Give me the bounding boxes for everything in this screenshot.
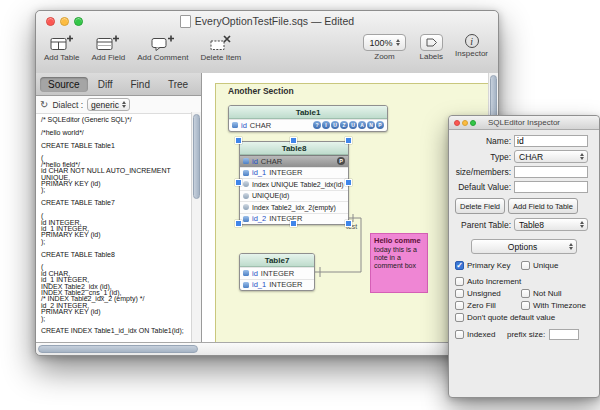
chevron-updown-icon bbox=[580, 153, 584, 160]
field-row[interactable]: id INTEGER bbox=[240, 267, 314, 279]
selection-handle[interactable] bbox=[235, 179, 242, 186]
field-type: INTEGER bbox=[269, 168, 302, 177]
parent-table-popup[interactable]: Table8 bbox=[514, 218, 588, 231]
dont-quote-default-checkbox[interactable] bbox=[455, 313, 464, 322]
window-title: EveryOptionTestFile.sqs — Edited bbox=[195, 15, 354, 27]
add-field-button[interactable]: Add Field bbox=[91, 34, 125, 62]
field-icon bbox=[232, 122, 238, 128]
auto-increment-checkbox[interactable] bbox=[455, 277, 464, 286]
field-icon bbox=[243, 216, 249, 222]
selection-handle[interactable] bbox=[290, 137, 297, 144]
index-row[interactable]: UNIQUE(id) bbox=[240, 190, 348, 202]
field-row-selected[interactable]: id CHAR P bbox=[240, 155, 348, 167]
default-value-input[interactable] bbox=[514, 181, 588, 193]
comment-box[interactable]: Hello comme today this is a note in a co… bbox=[370, 233, 428, 293]
source-scrollbar[interactable] bbox=[191, 112, 201, 343]
delete-field-button[interactable]: Delete Field bbox=[455, 198, 505, 214]
index-icon bbox=[243, 193, 249, 199]
table-header[interactable]: Table7 bbox=[240, 254, 314, 267]
delete-item-button[interactable]: Delete Item bbox=[200, 34, 241, 62]
not-null-checkbox[interactable] bbox=[521, 289, 530, 298]
comment-title: Hello comme bbox=[374, 236, 424, 245]
add-table-button[interactable]: Add Table bbox=[44, 34, 79, 62]
delete-item-label: Delete Item bbox=[200, 53, 241, 62]
add-comment-label: Add Comment bbox=[137, 53, 188, 62]
parent-table-label: Parent Table: bbox=[455, 220, 511, 230]
prefix-size-input[interactable] bbox=[549, 329, 579, 340]
size-members-input[interactable] bbox=[514, 166, 588, 178]
unsigned-checkbox[interactable] bbox=[455, 289, 464, 298]
selection-handle[interactable] bbox=[290, 220, 297, 227]
field-type: INTEGER bbox=[269, 214, 302, 223]
type-popup[interactable]: CHAR bbox=[514, 150, 588, 163]
option-badge-icon: ? bbox=[313, 121, 321, 129]
with-timezone-checkbox[interactable] bbox=[521, 301, 530, 310]
option-badge-icon: N bbox=[367, 121, 375, 129]
field-type: INTEGER bbox=[269, 280, 302, 289]
index-text: UNIQUE(id) bbox=[252, 192, 289, 199]
source-panel: Source Diff Find Tree Dialect : generic … bbox=[36, 73, 202, 343]
diagram-table-table1[interactable]: Table1 id CHAR ? I U Z U A N bbox=[228, 105, 388, 132]
chevron-updown-icon bbox=[122, 101, 126, 108]
selection-handle[interactable] bbox=[345, 220, 352, 227]
dialect-label: Dialect : bbox=[52, 100, 83, 110]
scrollbar-thumb[interactable] bbox=[193, 114, 200, 199]
zoom-stepper[interactable]: 100% bbox=[363, 34, 405, 51]
auto-increment-label: Auto Increment bbox=[467, 277, 521, 286]
minimize-button[interactable] bbox=[462, 120, 468, 126]
diagram-canvas[interactable]: Another Section test Table1 id CHAR bbox=[202, 73, 488, 343]
labels-button[interactable] bbox=[420, 34, 443, 51]
zero-fill-checkbox[interactable] bbox=[455, 301, 464, 310]
selection-handle[interactable] bbox=[345, 179, 352, 186]
scrollbar-thumb[interactable] bbox=[38, 345, 198, 353]
indexed-checkbox[interactable] bbox=[455, 330, 464, 339]
horizontal-scrollbar[interactable] bbox=[36, 342, 498, 355]
zoom-window-button[interactable] bbox=[470, 120, 476, 126]
tab-diff[interactable]: Diff bbox=[90, 77, 121, 92]
primary-key-badge-icon: P bbox=[337, 157, 345, 165]
field-row[interactable]: id CHAR ? I U Z U A N P bbox=[229, 119, 387, 131]
minimize-button[interactable] bbox=[60, 17, 69, 26]
field-row[interactable]: id_1 INTEGER bbox=[240, 167, 348, 179]
options-value: Options bbox=[476, 242, 569, 252]
add-comment-button[interactable]: Add Comment bbox=[137, 34, 188, 62]
field-name: id bbox=[241, 121, 247, 130]
add-field-to-table-button[interactable]: Add Field to Table bbox=[508, 198, 578, 214]
selection-handle[interactable] bbox=[235, 137, 242, 144]
titlebar[interactable]: EveryOptionTestFile.sqs — Edited bbox=[36, 11, 498, 31]
type-label: Type: bbox=[455, 152, 511, 162]
selection-handle[interactable] bbox=[235, 220, 242, 227]
info-icon[interactable] bbox=[465, 34, 479, 48]
diagram-table-table7[interactable]: Table7 id INTEGER id_1 INTEGER bbox=[239, 253, 315, 291]
diagram-table-table8[interactable]: Table8 id CHAR P id_1 INTEGER Inde bbox=[239, 141, 349, 225]
tab-tree[interactable]: Tree bbox=[160, 77, 196, 92]
dialect-popup[interactable]: generic bbox=[87, 98, 130, 111]
inspector-titlebar[interactable]: SQLEditor Inspector bbox=[449, 116, 599, 130]
table-header[interactable]: Table1 bbox=[229, 106, 387, 119]
index-row[interactable]: Index UNIQUE Table2_idx(id) bbox=[240, 178, 348, 190]
options-popup[interactable]: Options bbox=[471, 239, 577, 254]
close-button[interactable] bbox=[46, 17, 55, 26]
zoom-window-button[interactable] bbox=[74, 17, 83, 26]
delete-item-icon bbox=[209, 34, 233, 52]
unique-label: Unique bbox=[533, 261, 558, 270]
index-row[interactable]: Index Table2_idx_2(empty) bbox=[240, 201, 348, 213]
with-timezone-label: With Timezone bbox=[533, 301, 586, 310]
tab-find[interactable]: Find bbox=[123, 77, 158, 92]
option-badge-icon: P bbox=[376, 121, 384, 129]
primary-key-checkbox[interactable] bbox=[455, 261, 464, 270]
index-text: Index Table2_idx_2(empty) bbox=[252, 204, 336, 211]
field-type: INTEGER bbox=[261, 269, 294, 278]
labels-control: Labels bbox=[420, 34, 444, 61]
chevron-updown-icon bbox=[580, 221, 584, 228]
selection-handle[interactable] bbox=[345, 137, 352, 144]
tab-source[interactable]: Source bbox=[40, 77, 88, 92]
refresh-icon[interactable] bbox=[40, 100, 48, 110]
field-icon bbox=[243, 282, 249, 288]
sql-source-text[interactable]: /* SQLEditor (Generic SQL)*/ /*hello wor… bbox=[36, 114, 201, 343]
unique-checkbox[interactable] bbox=[521, 261, 530, 270]
field-row[interactable]: id_1 INTEGER bbox=[240, 279, 314, 291]
name-input[interactable] bbox=[514, 135, 588, 147]
close-button[interactable] bbox=[454, 120, 460, 126]
option-badge-icon: U bbox=[349, 121, 357, 129]
